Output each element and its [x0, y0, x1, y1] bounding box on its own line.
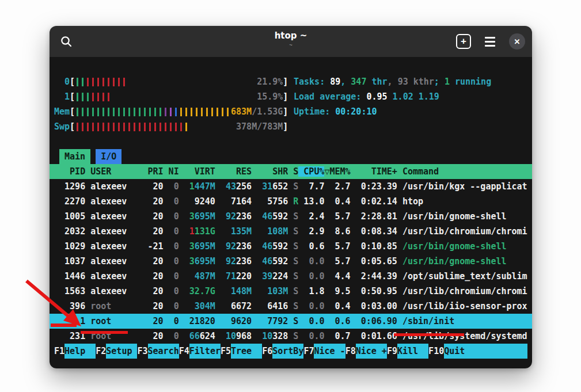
column-header-ni[interactable]: NI [164, 166, 179, 177]
cell-user: alexeev [90, 256, 142, 267]
process-row[interactable]: 1446alexeev200487M7122039224S0.04.42:44.… [50, 269, 532, 284]
text-segment: 256 [236, 181, 252, 192]
cell-mem: 5.7 [324, 241, 350, 252]
cell-cmd: /usr/bin/gnome-shell [402, 256, 527, 267]
cell-ni: 0 [164, 196, 179, 207]
cell-s: S [288, 331, 298, 341]
process-row[interactable]: 1root2002182096207792S0.00.60:06.90/sbin… [50, 314, 532, 329]
meter-bar-red [75, 123, 80, 131]
column-header-s[interactable]: S [288, 166, 298, 177]
column-header-time[interactable]: TIME+ [351, 166, 397, 177]
column-header-cpu[interactable]: CPU% [298, 166, 324, 177]
process-row[interactable]: 231root200666241096810328S0.00.70:01.66/… [50, 329, 532, 344]
meter-bar-green [116, 108, 121, 116]
cell-virt: 1447M [179, 181, 215, 192]
cell-pid: 1005 [54, 211, 85, 222]
menu-button[interactable] [480, 32, 500, 51]
text-segment: 2.4 [309, 211, 324, 222]
fkey-sortby[interactable]: F6SortBy [262, 344, 303, 359]
fkey-kill[interactable]: F9Kill [387, 344, 428, 359]
cell-pid: 2032 [54, 226, 85, 237]
fkey-search[interactable]: F3Search [137, 344, 179, 359]
process-row[interactable]: 1005alexeev2003695M9223646592S2.45.72:28… [50, 209, 532, 224]
cell-cpu: 0.6 [298, 241, 324, 252]
text-segment: 2032 [64, 226, 85, 237]
process-row[interactable]: 1296alexeev2001447M4325631652S7.72.70:23… [50, 179, 532, 194]
info-line-1: Load average: 0.95 1.02 1.19 [294, 89, 491, 104]
process-row[interactable]: 1037alexeev2003695M9223646592S0.05.70:05… [50, 254, 532, 269]
meter-bar-green [137, 108, 142, 116]
meter-bar-green [132, 108, 137, 116]
cell-pid: 1563 [54, 286, 85, 296]
cell-mem: 0.6 [324, 316, 350, 326]
tab-main[interactable]: Main [59, 149, 90, 164]
text-segment: 3 [189, 241, 195, 252]
text-segment: Tasks: [294, 77, 330, 87]
column-header-cmd[interactable]: Command [402, 166, 527, 177]
info-line-0: Tasks: 89, 347 thr, 93 kthr; 1 running [294, 74, 491, 89]
fkey-tree[interactable]: F5Tree [221, 344, 262, 359]
process-row[interactable]: 2270alexeev200924071645756R13.00.40:02.1… [50, 194, 532, 209]
cell-pid: 396 [54, 301, 85, 311]
text-segment: /usr/bin/gnome-shell [402, 241, 507, 252]
text-segment: 20 [153, 211, 164, 222]
meter-bars [75, 78, 127, 86]
process-row[interactable]: 1029alexeev-2103695M9223646592S0.65.70:1… [50, 239, 532, 254]
close-button[interactable]: ✕ [509, 33, 525, 50]
fkey-quit[interactable]: F10Quit [428, 344, 527, 359]
process-row[interactable]: 2032alexeev2001131G135M108MS2.98.60:08.3… [50, 224, 532, 239]
meter-bars [75, 93, 111, 101]
column-header-shr[interactable]: SHR [252, 166, 288, 177]
fkey-nice-[interactable]: F7Nice - [303, 344, 345, 359]
fkey-nice+[interactable]: F8Nice + [345, 344, 387, 359]
column-header-pri[interactable]: PRI [142, 166, 163, 177]
new-tab-button[interactable]: + [456, 34, 471, 49]
text-segment: SHR [272, 166, 288, 177]
text-segment: 46 [262, 241, 272, 252]
meter-bar-red [106, 93, 111, 101]
meter-bar-green [80, 108, 85, 116]
text-segment: 0:02.14 [361, 196, 397, 207]
fkey-label: Tree [231, 344, 262, 359]
column-header-res[interactable]: RES [215, 166, 252, 177]
meter-bar-green [75, 93, 80, 101]
meter-bar-green [101, 108, 106, 116]
column-header-pid[interactable]: PID [54, 166, 85, 177]
fkey-setup[interactable]: F2Setup [96, 344, 137, 359]
cell-cmd: /opt/sublime_text/sublim [402, 271, 527, 281]
cell-res: 9620 [215, 316, 252, 326]
meter-bar-yellow [189, 108, 194, 116]
text-segment: 0 [174, 241, 179, 252]
fkey-label: Help [64, 344, 96, 359]
column-header-mem[interactable]: ▽MEM% [324, 166, 350, 177]
text-segment: S [293, 286, 298, 296]
meter-bar-red [147, 123, 153, 131]
column-header-user[interactable]: USER [90, 166, 142, 177]
cell-user: alexeev [90, 271, 142, 281]
text-segment: 39 [262, 271, 272, 281]
cell-ni: 0 [164, 256, 179, 267]
cell-pid: 1 [54, 316, 85, 326]
cell-cmd: /usr/bin/kgx --gapplicat [402, 181, 527, 192]
cell-cpu: 0.0 [298, 301, 324, 311]
text-segment: /usr/bin/gnome-shell [402, 211, 507, 222]
process-row[interactable]: 1563alexeev20032.7G148M103MS1.89.50:50.9… [50, 284, 532, 299]
text-segment: S [293, 301, 298, 311]
text-segment: 2:44.39 [361, 271, 397, 281]
meter-bar-green [85, 108, 90, 116]
tab-io[interactable]: I/O [96, 149, 121, 164]
fkey-help[interactable]: F1Help [54, 344, 96, 359]
cell-res: 92236 [215, 241, 252, 252]
cell-mem: 0.4 [324, 301, 350, 311]
fkey-filter[interactable]: F4Filter [179, 344, 221, 359]
text-segment: /opt/sublime_text/sublim [402, 271, 527, 281]
search-button[interactable] [56, 32, 76, 51]
cell-pid: 1296 [54, 181, 85, 192]
meter-value: 378M/783M [236, 121, 283, 132]
text-segment: alexeev [90, 241, 127, 252]
text-segment: Load average: [294, 92, 366, 102]
column-header-virt[interactable]: VIRT [179, 166, 215, 177]
cell-shr: 46592 [252, 256, 288, 267]
text-segment: 0.95 [366, 92, 392, 102]
process-row[interactable]: 396root200304M66726416S0.00.40:03.00/usr… [50, 299, 532, 314]
